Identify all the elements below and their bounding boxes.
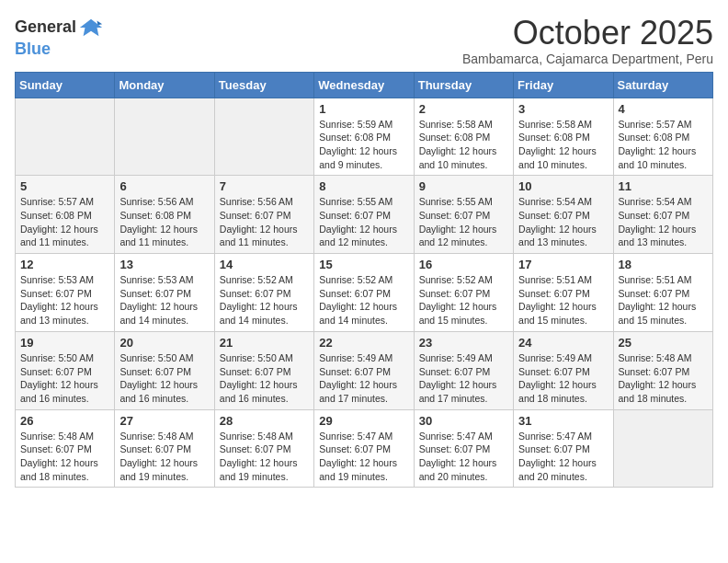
day-info: Sunrise: 5:57 AMSunset: 6:08 PMDaylight:… [619,118,708,172]
day-number: 30 [419,414,508,428]
calendar-cell: 19Sunrise: 5:50 AMSunset: 6:07 PMDayligh… [16,331,115,409]
day-info: Sunrise: 5:50 AMSunset: 6:07 PMDaylight:… [119,351,209,406]
day-info: Sunrise: 5:49 AMSunset: 6:07 PMDaylight:… [319,351,408,406]
logo: General Blue [15,15,104,59]
day-info: Sunrise: 5:52 AMSunset: 6:07 PMDaylight:… [220,273,309,327]
page-subtitle: Bambamarca, Cajamarca Department, Peru [462,52,713,66]
day-info: Sunrise: 5:54 AMSunset: 6:07 PMDaylight:… [518,195,608,249]
calendar-cell [16,98,115,176]
calendar-cell: 23Sunrise: 5:49 AMSunset: 6:07 PMDayligh… [414,331,513,409]
day-info: Sunrise: 5:55 AMSunset: 6:07 PMDaylight:… [419,195,508,249]
calendar-cell: 8Sunrise: 5:55 AMSunset: 6:07 PMDaylight… [314,176,414,254]
calendar-week-row: 5Sunrise: 5:57 AMSunset: 6:08 PMDaylight… [16,176,713,254]
calendar-cell: 9Sunrise: 5:55 AMSunset: 6:07 PMDaylight… [414,176,513,254]
day-info: Sunrise: 5:55 AMSunset: 6:07 PMDaylight:… [319,195,408,249]
day-number: 24 [518,336,608,350]
day-number: 28 [220,414,309,428]
day-number: 17 [518,258,608,271]
calendar-cell: 26Sunrise: 5:48 AMSunset: 6:07 PMDayligh… [16,409,115,488]
day-info: Sunrise: 5:53 AMSunset: 6:07 PMDaylight:… [20,273,109,327]
page-title: October 2025 [462,15,713,52]
day-info: Sunrise: 5:53 AMSunset: 6:07 PMDaylight:… [119,273,209,327]
day-number: 11 [619,179,708,193]
calendar-cell: 30Sunrise: 5:47 AMSunset: 6:07 PMDayligh… [414,409,513,488]
calendar-cell [214,98,313,176]
day-number: 14 [220,258,309,271]
calendar-cell: 10Sunrise: 5:54 AMSunset: 6:07 PMDayligh… [514,176,613,254]
day-info: Sunrise: 5:47 AMSunset: 6:07 PMDaylight:… [518,430,608,484]
day-info: Sunrise: 5:57 AMSunset: 6:08 PMDaylight:… [20,195,109,249]
calendar-cell: 28Sunrise: 5:48 AMSunset: 6:07 PMDayligh… [214,409,313,488]
day-info: Sunrise: 5:48 AMSunset: 6:07 PMDaylight:… [220,430,309,484]
calendar-cell: 6Sunrise: 5:56 AMSunset: 6:08 PMDaylight… [115,176,214,254]
column-header-wednesday: Wednesday [314,72,414,98]
calendar-cell: 4Sunrise: 5:57 AMSunset: 6:08 PMDaylight… [613,98,712,176]
calendar-cell: 31Sunrise: 5:47 AMSunset: 6:07 PMDayligh… [514,409,613,488]
day-number: 21 [220,336,309,350]
day-number: 9 [419,179,508,193]
calendar-cell: 2Sunrise: 5:58 AMSunset: 6:08 PMDaylight… [414,98,513,176]
logo-blue: Blue [15,40,51,58]
calendar-header-row: SundayMondayTuesdayWednesdayThursdayFrid… [16,72,713,98]
day-info: Sunrise: 5:52 AMSunset: 6:07 PMDaylight:… [319,273,408,327]
column-header-friday: Friday [514,72,613,98]
calendar-cell: 5Sunrise: 5:57 AMSunset: 6:08 PMDaylight… [16,176,115,254]
calendar-cell: 14Sunrise: 5:52 AMSunset: 6:07 PMDayligh… [214,254,313,332]
day-number: 16 [419,258,508,271]
calendar-cell: 27Sunrise: 5:48 AMSunset: 6:07 PMDayligh… [115,409,214,488]
day-number: 8 [319,179,408,193]
calendar-cell: 20Sunrise: 5:50 AMSunset: 6:07 PMDayligh… [115,331,214,409]
day-info: Sunrise: 5:48 AMSunset: 6:07 PMDaylight:… [119,430,209,484]
calendar-cell [613,409,712,488]
day-number: 27 [119,414,209,428]
calendar-week-row: 26Sunrise: 5:48 AMSunset: 6:07 PMDayligh… [16,409,713,488]
page-header: General Blue October 2025 Bambamarca, Ca… [15,15,713,66]
calendar-week-row: 12Sunrise: 5:53 AMSunset: 6:07 PMDayligh… [16,254,713,332]
day-number: 10 [518,179,608,193]
day-info: Sunrise: 5:48 AMSunset: 6:07 PMDaylight:… [619,351,708,406]
logo-general: General [15,18,76,37]
day-number: 15 [319,258,408,271]
calendar-cell: 17Sunrise: 5:51 AMSunset: 6:07 PMDayligh… [514,254,613,332]
calendar-cell: 24Sunrise: 5:49 AMSunset: 6:07 PMDayligh… [514,331,613,409]
column-header-monday: Monday [115,72,214,98]
calendar-week-row: 1Sunrise: 5:59 AMSunset: 6:08 PMDaylight… [16,98,713,176]
day-number: 20 [119,336,209,350]
calendar-week-row: 19Sunrise: 5:50 AMSunset: 6:07 PMDayligh… [16,331,713,409]
day-info: Sunrise: 5:47 AMSunset: 6:07 PMDaylight:… [319,430,408,484]
day-number: 1 [319,102,408,116]
day-info: Sunrise: 5:56 AMSunset: 6:08 PMDaylight:… [119,195,209,249]
day-info: Sunrise: 5:52 AMSunset: 6:07 PMDaylight:… [419,273,508,327]
title-block: October 2025 Bambamarca, Cajamarca Depar… [462,15,713,66]
day-info: Sunrise: 5:56 AMSunset: 6:07 PMDaylight:… [220,195,309,249]
day-number: 19 [20,336,109,350]
calendar-cell: 21Sunrise: 5:50 AMSunset: 6:07 PMDayligh… [214,331,313,409]
column-header-saturday: Saturday [613,72,712,98]
day-info: Sunrise: 5:49 AMSunset: 6:07 PMDaylight:… [419,351,508,406]
calendar-cell: 25Sunrise: 5:48 AMSunset: 6:07 PMDayligh… [613,331,712,409]
svg-marker-1 [97,21,103,26]
day-info: Sunrise: 5:50 AMSunset: 6:07 PMDaylight:… [220,351,309,406]
day-info: Sunrise: 5:51 AMSunset: 6:07 PMDaylight:… [619,273,708,327]
calendar-cell: 22Sunrise: 5:49 AMSunset: 6:07 PMDayligh… [314,331,414,409]
day-number: 7 [220,179,309,193]
day-number: 25 [619,336,708,350]
calendar-cell: 18Sunrise: 5:51 AMSunset: 6:07 PMDayligh… [613,254,712,332]
day-number: 2 [419,102,508,116]
day-info: Sunrise: 5:50 AMSunset: 6:07 PMDaylight:… [20,351,109,406]
day-number: 26 [20,414,109,428]
day-info: Sunrise: 5:48 AMSunset: 6:07 PMDaylight:… [20,430,109,484]
day-number: 13 [119,258,209,271]
calendar-cell: 16Sunrise: 5:52 AMSunset: 6:07 PMDayligh… [414,254,513,332]
day-number: 18 [619,258,708,271]
day-number: 5 [20,179,109,193]
svg-marker-0 [80,19,102,37]
calendar-cell: 3Sunrise: 5:58 AMSunset: 6:08 PMDaylight… [514,98,613,176]
calendar-cell: 13Sunrise: 5:53 AMSunset: 6:07 PMDayligh… [115,254,214,332]
calendar-table: SundayMondayTuesdayWednesdayThursdayFrid… [15,72,713,488]
day-info: Sunrise: 5:49 AMSunset: 6:07 PMDaylight:… [518,351,608,406]
calendar-cell: 7Sunrise: 5:56 AMSunset: 6:07 PMDaylight… [214,176,313,254]
calendar-cell: 1Sunrise: 5:59 AMSunset: 6:08 PMDaylight… [314,98,414,176]
day-number: 4 [619,102,708,116]
calendar-cell: 12Sunrise: 5:53 AMSunset: 6:07 PMDayligh… [16,254,115,332]
